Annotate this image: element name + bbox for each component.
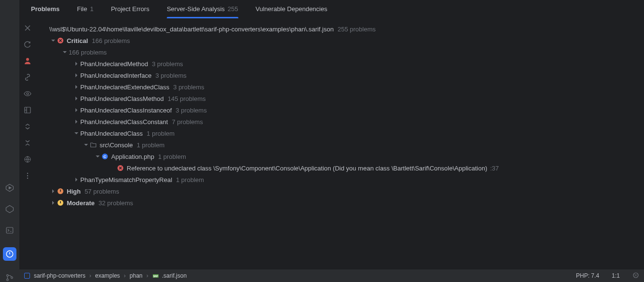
chevron-down-icon[interactable] (94, 154, 102, 159)
tabs: Problems File1 Project Errors Server-Sid… (19, 0, 644, 18)
category-row[interactable]: PhanTypeMismatchPropertyReal1 problem (36, 174, 644, 185)
chevron-right-icon[interactable] (49, 189, 57, 194)
php-class-icon: C (102, 153, 108, 160)
folder-row[interactable]: src\Console1 problem (36, 139, 644, 151)
breadcrumb-item[interactable]: sarif-php-converters (34, 272, 86, 279)
chevron-right-icon[interactable] (73, 61, 80, 66)
chevron-right-icon: › (146, 272, 148, 279)
svg-point-12 (27, 173, 28, 174)
status-bar: sarif-php-converters › examples › phan ›… (19, 269, 644, 282)
refresh-icon[interactable] (24, 41, 31, 48)
tab-file[interactable]: File1 (77, 0, 93, 18)
notifications-icon[interactable] (632, 272, 639, 280)
svg-point-13 (27, 175, 28, 176)
chevron-down-icon[interactable] (73, 131, 80, 136)
svg-text:C: C (103, 155, 106, 159)
svg-point-6 (7, 279, 9, 281)
svg-marker-1 (9, 187, 12, 189)
chevron-right-icon[interactable] (73, 119, 80, 124)
git-icon[interactable] (5, 273, 14, 282)
category-row[interactable]: PhanUndeclaredInterface3 problems (36, 70, 644, 81)
svg-point-7 (11, 277, 13, 279)
tab-server-side-analysis[interactable]: Server-Side Analysis255 (167, 0, 238, 18)
severity-critical-row[interactable]: Critical166 problems (36, 35, 644, 46)
collapse-icon[interactable] (24, 139, 31, 147)
chevron-right-icon[interactable] (73, 177, 80, 182)
category-row[interactable]: PhanUndeclaredExtendedClass3 problems (36, 81, 644, 93)
tab-problems[interactable]: Problems (31, 0, 59, 18)
globe-icon[interactable] (24, 155, 31, 163)
play-icon[interactable] (5, 183, 14, 192)
svg-point-9 (27, 93, 29, 95)
critical-group-row[interactable]: 166 problems (36, 46, 644, 58)
svg-marker-2 (6, 206, 14, 213)
error-icon (117, 165, 124, 171)
category-row[interactable]: PhanUndeclaredClass1 problem (36, 127, 644, 139)
problems-tree: \\wsl$\Ubuntu-22.04\home\llaville\devilb… (36, 18, 644, 269)
category-row[interactable]: PhanUndeclaredClassConstant7 problems (36, 116, 644, 127)
layout-icon[interactable] (24, 106, 31, 114)
ring-icon[interactable] (5, 205, 14, 213)
chevron-right-icon: › (124, 272, 126, 279)
chevron-right-icon[interactable] (73, 108, 80, 113)
folder-icon (90, 141, 97, 148)
warning-orange-icon (57, 188, 64, 195)
link-icon[interactable] (24, 73, 31, 81)
category-row[interactable]: PhanUndeclaredMethod3 problems (36, 58, 644, 70)
error-icon (57, 37, 64, 44)
svg-text:SRF: SRF (153, 275, 158, 278)
tab-project-errors[interactable]: Project Errors (111, 0, 149, 18)
breadcrumb-item[interactable]: phan (130, 272, 143, 279)
svg-point-5 (7, 275, 9, 277)
file-row[interactable]: C Application.php1 problem (36, 151, 644, 162)
severity-moderate-row[interactable]: Moderate32 problems (36, 197, 644, 209)
chevron-right-icon[interactable] (73, 73, 80, 78)
close-icon[interactable] (24, 24, 31, 32)
problems-icon[interactable] (3, 247, 16, 261)
chevron-down-icon[interactable] (82, 142, 90, 147)
breadcrumb-item[interactable]: examples (95, 272, 120, 279)
eye-icon[interactable] (24, 90, 31, 98)
module-icon[interactable] (24, 273, 30, 279)
severity-high-row[interactable]: High57 problems (36, 185, 644, 197)
terminal-icon[interactable] (5, 226, 14, 235)
expand-icon[interactable] (24, 123, 31, 130)
tab-vulnerable-dependencies[interactable]: Vulnerable Dependencies (256, 0, 327, 18)
warning-yellow-icon (57, 199, 64, 206)
chevron-right-icon[interactable] (73, 85, 80, 89)
category-row[interactable]: PhanUndeclaredClassMethod145 problems (36, 93, 644, 104)
svg-rect-3 (6, 227, 13, 233)
sarif-file-icon: SRF (152, 272, 159, 279)
php-version[interactable]: PHP: 7.4 (576, 272, 599, 279)
chevron-down-icon[interactable] (49, 38, 57, 43)
user-icon[interactable] (24, 57, 31, 65)
svg-point-14 (27, 178, 28, 179)
chevron-right-icon[interactable] (49, 200, 57, 205)
more-icon[interactable] (24, 172, 31, 180)
category-row[interactable]: PhanUndeclaredClassInstanceof3 problems (36, 104, 644, 116)
chevron-down-icon[interactable] (61, 50, 69, 55)
tool-column (19, 18, 36, 269)
svg-point-8 (26, 58, 29, 61)
chevron-right-icon: › (89, 272, 91, 279)
chevron-right-icon[interactable] (73, 96, 80, 101)
file-header-row[interactable]: \\wsl$\Ubuntu-22.04\home\llaville\devilb… (36, 23, 644, 35)
breadcrumb-item[interactable]: SRF .sarif.json (152, 272, 187, 279)
error-message-row[interactable]: Reference to undeclared class \Symfony\C… (36, 162, 644, 174)
cursor-position[interactable]: 1:1 (612, 272, 620, 279)
